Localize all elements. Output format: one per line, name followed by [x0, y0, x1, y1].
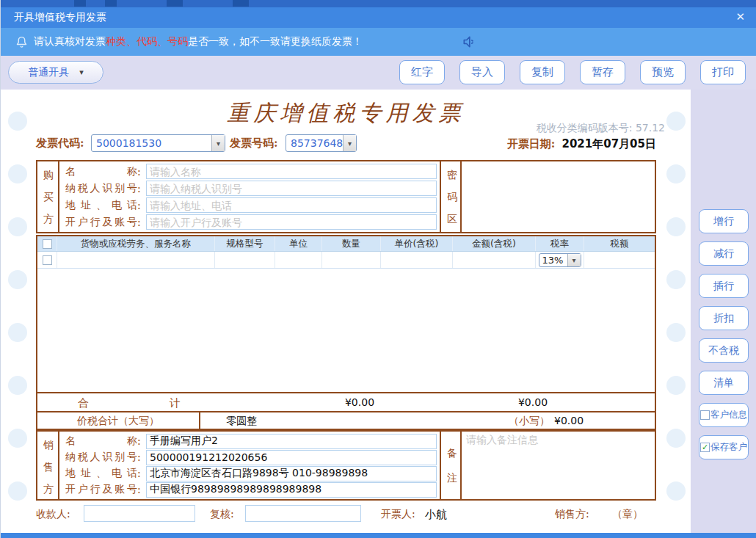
dialog-title: 开具增值税专用发票	[14, 11, 106, 24]
tax-exclusive-button[interactable]: 不含税	[699, 338, 749, 363]
chevron-down-icon[interactable]: ▾	[567, 254, 581, 266]
grand-total-small-label: （小写）	[509, 415, 550, 428]
col-header-quantity: 数量	[322, 236, 381, 251]
buyer-address-label: 地址、电话	[65, 199, 137, 212]
background-fragment	[74, 0, 86, 7]
tax-rate-value: 13%	[539, 255, 567, 266]
close-icon[interactable]: ✕	[735, 10, 745, 23]
seller-name-input[interactable]	[146, 434, 437, 449]
col-header-unit: 单位	[275, 236, 322, 251]
grand-total-label: 价税合计（大写）	[37, 412, 200, 429]
buyer-taxid-input[interactable]	[146, 181, 437, 196]
list-button[interactable]: 清单	[699, 371, 749, 395]
reviewer-input[interactable]	[245, 505, 361, 522]
chevron-down-icon[interactable]: ▾	[343, 135, 356, 151]
invoice-code-row: 发票代码: 5000181530 ▾ 发票号码: 85737648 ▾ 开票日期…	[36, 134, 656, 153]
remark-textarea[interactable]	[462, 432, 655, 499]
chevron-down-icon[interactable]: ▾	[211, 135, 225, 151]
seller-bank-input[interactable]	[146, 482, 437, 498]
background-fragment	[167, 0, 183, 7]
col-header-goods-name: 货物或应税劳务、服务名称	[57, 236, 215, 251]
seal-placeholder: （章）	[612, 508, 643, 521]
copy-button[interactable]: 复制	[520, 60, 565, 84]
row-checkbox[interactable]	[43, 255, 52, 265]
punch-dot	[8, 112, 27, 131]
grand-total-small-value: ¥0.00	[554, 415, 584, 426]
remark-area	[462, 432, 655, 499]
preview-button[interactable]: 预览	[640, 60, 686, 84]
seller-bank-row: 开户行及账号:	[65, 481, 440, 498]
invoice-footer: 收款人: 复核: 开票人: 小航 销售方: （章）	[36, 505, 656, 524]
seller-taxid-row: 纳税人识别号:	[65, 449, 440, 465]
invoice-date: 开票日期: 2021年07月05日	[507, 137, 656, 151]
select-all-checkbox[interactable]	[43, 239, 52, 249]
item-unit-price-cell[interactable]	[381, 252, 453, 268]
issue-mode-value: 普通开具	[28, 66, 69, 79]
buyer-side-label: 购买方	[37, 161, 59, 232]
punch-dot	[666, 481, 686, 501]
items-table-header: 货物或应税劳务、服务名称 规格型号 单位 数量 单价(含税) 金额(含税) 税率…	[37, 236, 655, 252]
checkbox-checked-icon[interactable]	[700, 443, 710, 452]
punch-dot	[666, 270, 686, 289]
buyer-bank-row: 开户行及账号:	[65, 214, 440, 230]
toolbar-buttons: 红字 导入 复制 暂存 预览 打印	[399, 60, 746, 84]
item-quantity-cell[interactable]	[322, 252, 381, 268]
notice-text-highlight: 种类、代码、号码	[106, 35, 188, 48]
grand-total-words: 零圆整	[226, 415, 257, 428]
buyer-address-input[interactable]	[146, 197, 437, 213]
tax-code-version-note: 税收分类编码版本号: 57.12	[537, 122, 665, 135]
item-tax-amount-cell[interactable]	[584, 252, 655, 268]
insert-row-button[interactable]: 插行	[699, 274, 749, 298]
buyer-bank-input[interactable]	[146, 214, 437, 230]
grand-total-row: 价税合计（大写） 零圆整 （小写） ¥0.00	[37, 411, 655, 429]
punch-dot	[666, 323, 686, 342]
payee-input[interactable]	[84, 505, 195, 522]
label-colon: :	[137, 200, 145, 211]
item-amount-cell[interactable]	[453, 252, 536, 268]
password-area-content	[462, 161, 655, 232]
seller-name-row: 名称:	[65, 433, 440, 449]
print-button[interactable]: 打印	[700, 60, 746, 84]
invoice-number-select[interactable]: 85737648 ▾	[286, 134, 357, 152]
punch-dot	[666, 164, 686, 183]
invoice-code-select[interactable]: 5000181530 ▾	[91, 134, 225, 152]
seller-address-input[interactable]	[146, 466, 437, 481]
issue-mode-select[interactable]: 普通开具 ▾	[8, 61, 103, 84]
import-button[interactable]: 导入	[459, 60, 505, 84]
customer-info-toggle[interactable]: 客户信息	[699, 403, 749, 427]
seller-bank-label: 开户行及账号	[65, 483, 137, 496]
row-select-cell	[37, 252, 57, 268]
red-letter-button[interactable]: 红字	[399, 60, 445, 84]
invoice-code-value: 5000181530	[92, 137, 211, 149]
checkbox-unchecked-icon[interactable]	[700, 410, 710, 420]
punch-dot	[8, 429, 27, 448]
buyer-taxid-label: 纳税人识别号	[65, 182, 137, 195]
invoice-date-value: 2021年07月05日	[562, 137, 657, 150]
discount-button[interactable]: 折扣	[699, 306, 749, 330]
totals-amount-value: ¥0.00	[518, 396, 548, 408]
item-spec-cell[interactable]	[215, 252, 275, 268]
label-colon: :	[137, 183, 145, 195]
tax-rate-select[interactable]: 13% ▾	[539, 253, 581, 267]
seller-address-label: 地址、电话	[65, 467, 137, 480]
save-draft-button[interactable]: 暂存	[580, 60, 625, 84]
drawer-label: 开票人:	[381, 508, 415, 521]
bell-icon	[15, 35, 28, 48]
grand-total-values: 零圆整 （小写） ¥0.00	[200, 412, 655, 429]
background-fragment	[233, 0, 249, 7]
item-name-cell[interactable]	[57, 252, 215, 268]
col-header-unit-price: 单价(含税)	[381, 236, 453, 251]
save-customer-toggle[interactable]: 保存客户	[699, 435, 749, 459]
buyer-name-input[interactable]	[146, 164, 437, 179]
item-unit-cell[interactable]	[275, 252, 322, 268]
totals-price-value: ¥0.00	[345, 396, 374, 408]
drawer-value: 小航	[425, 508, 447, 522]
remove-row-button[interactable]: 减行	[699, 241, 749, 266]
seller-address-row: 地址、电话:	[65, 465, 440, 481]
side-panel: 增行 减行 插行 折扣 不含税 清单 客户信息 保存客户	[691, 90, 756, 533]
buyer-name-label: 名称	[65, 165, 137, 178]
seller-taxid-input[interactable]	[146, 450, 437, 465]
customer-info-label: 客户信息	[710, 409, 747, 421]
speaker-icon[interactable]	[462, 34, 476, 51]
add-row-button[interactable]: 增行	[699, 209, 749, 233]
